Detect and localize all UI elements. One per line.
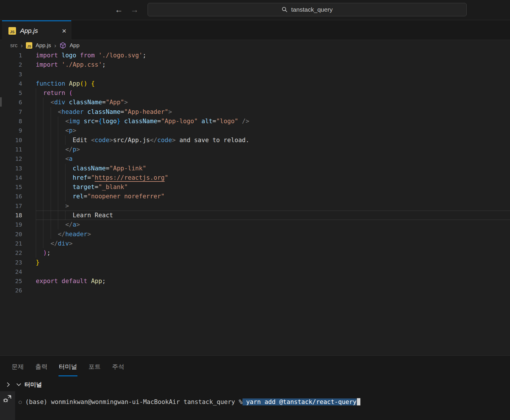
indent-guide	[43, 117, 50, 126]
close-tab-icon[interactable]: ×	[62, 27, 66, 35]
line-number[interactable]: 2	[0, 60, 36, 69]
command-decoration-icon[interactable]: ○	[19, 399, 22, 405]
line-number[interactable]: 23	[0, 258, 36, 267]
indent-guide	[58, 173, 65, 182]
code-content: return (	[36, 88, 72, 98]
line-number[interactable]: 14	[0, 173, 36, 182]
code-content: <p>	[36, 126, 76, 135]
code-line-3[interactable]: 3	[0, 70, 510, 79]
line-number[interactable]: 1	[0, 51, 36, 60]
indent-guide	[36, 230, 43, 239]
code-line-23[interactable]: 23}	[0, 258, 510, 267]
terminal[interactable]: ○ (base) wonminkwan@wonmingwan-ui-MacBoo…	[0, 391, 510, 420]
code-line-15[interactable]: 15target="_blank"	[0, 182, 510, 192]
line-number[interactable]: 5	[0, 88, 36, 98]
terminal-output[interactable]: ○ (base) wonminkwan@wonmingwan-ui-MacBoo…	[15, 391, 510, 420]
line-number[interactable]: 26	[0, 286, 36, 295]
breadcrumb-file[interactable]: App.js	[36, 42, 51, 49]
code-line-17[interactable]: 17>	[0, 201, 510, 211]
breadcrumb-symbol[interactable]: App	[70, 42, 79, 49]
terminal-prompt-line: ○ (base) wonminkwan@wonmingwan-ui-MacBoo…	[18, 398, 510, 405]
panel-tab-문제[interactable]: 문제	[12, 356, 24, 378]
code-line-13[interactable]: 13className="App-link"	[0, 164, 510, 173]
code-line-24[interactable]: 24	[0, 267, 510, 276]
indent-guide	[36, 220, 43, 229]
line-number[interactable]: 25	[0, 276, 36, 286]
back-icon[interactable]: ←	[113, 4, 125, 16]
panel-tab-터미널[interactable]: 터미널	[59, 356, 77, 378]
line-number[interactable]: 21	[0, 239, 36, 248]
line-number[interactable]: 17	[0, 201, 36, 211]
code-content: </p>	[36, 145, 80, 154]
line-number[interactable]: 7	[0, 107, 36, 117]
panel-tab-포트[interactable]: 포트	[88, 356, 101, 378]
code-content: <header className="App-header">	[36, 107, 172, 117]
code-line-7[interactable]: 7<header className="App-header">	[0, 107, 510, 117]
code-line-9[interactable]: 9<p>	[0, 126, 510, 135]
indent-guide	[43, 154, 50, 163]
code-content: import logo from './logo.svg';	[36, 51, 146, 60]
tab-appjs[interactable]: JS App.js ×	[2, 20, 71, 40]
indent-guide	[58, 220, 65, 229]
code-line-10[interactable]: 10Edit <code>src/App.js</code> and save …	[0, 135, 510, 145]
code-line-26[interactable]: 26	[0, 286, 510, 295]
indent-guide	[65, 182, 72, 192]
line-number[interactable]: 22	[0, 248, 36, 257]
line-number[interactable]: 4	[0, 79, 36, 88]
code-content: Learn React	[36, 211, 113, 220]
line-number[interactable]: 20	[0, 230, 36, 239]
indent-guide	[43, 182, 50, 192]
code-line-1[interactable]: 1import logo from './logo.svg';	[0, 51, 510, 60]
code-content: <a	[36, 154, 72, 163]
indent-guide	[43, 145, 50, 154]
code-line-21[interactable]: 21</div>	[0, 239, 510, 248]
code-line-22[interactable]: 22);	[0, 248, 510, 257]
vscode-window: ← → tanstack_query JS App.js × src › JS …	[0, 0, 510, 420]
indent-guide	[58, 164, 65, 173]
code-line-6[interactable]: 6<div className="App">	[0, 98, 510, 107]
code-content: export default App;	[36, 276, 106, 286]
forward-icon[interactable]: →	[129, 4, 140, 16]
code-line-16[interactable]: 16rel="noopener noreferrer"	[0, 192, 510, 201]
code-line-18[interactable]: 18Learn React	[0, 211, 510, 220]
terminal-cursor	[357, 398, 360, 405]
code-line-4[interactable]: 4function App() {	[0, 79, 510, 88]
indent-guide	[65, 192, 72, 201]
code-editor[interactable]: 1import logo from './logo.svg';2import '…	[0, 51, 510, 355]
indent-guide	[58, 126, 65, 135]
line-number[interactable]: 18	[0, 211, 36, 220]
indent-guide	[58, 201, 65, 211]
code-content: </a>	[36, 220, 80, 229]
line-number[interactable]: 19	[0, 220, 36, 229]
line-number[interactable]: 12	[0, 154, 36, 163]
debug-terminal-icon[interactable]	[3, 394, 12, 403]
line-number[interactable]: 16	[0, 192, 36, 201]
line-number[interactable]: 3	[0, 70, 36, 79]
line-number[interactable]: 10	[0, 135, 36, 145]
chevron-down-icon[interactable]	[17, 381, 21, 386]
line-number[interactable]: 11	[0, 145, 36, 154]
line-number[interactable]: 6	[0, 98, 36, 107]
indent-guide	[43, 220, 50, 229]
indent-guide	[51, 220, 58, 229]
code-line-2[interactable]: 2import './App.css';	[0, 60, 510, 69]
code-line-11[interactable]: 11</p>	[0, 145, 510, 154]
panel-tab-출력[interactable]: 출력	[35, 356, 47, 378]
line-number[interactable]: 24	[0, 267, 36, 276]
code-line-12[interactable]: 12<a	[0, 154, 510, 163]
breadcrumb-folder[interactable]: src	[10, 42, 17, 49]
code-line-14[interactable]: 14href="https://reactjs.org"	[0, 173, 510, 182]
code-line-19[interactable]: 19</a>	[0, 220, 510, 229]
code-line-8[interactable]: 8<img src={logo} className="App-logo" al…	[0, 117, 510, 126]
code-line-5[interactable]: 5return (	[0, 88, 510, 98]
code-line-25[interactable]: 25export default App;	[0, 276, 510, 286]
command-center-search[interactable]: tanstack_query	[148, 3, 467, 16]
line-number[interactable]: 9	[0, 126, 36, 135]
line-number[interactable]: 15	[0, 182, 36, 192]
line-number[interactable]: 8	[0, 117, 36, 126]
code-line-20[interactable]: 20</header>	[0, 230, 510, 239]
panel-tab-주석[interactable]: 주석	[112, 356, 124, 378]
terminal-section-title: 터미널	[24, 381, 42, 389]
line-number[interactable]: 13	[0, 164, 36, 173]
maximize-panel-chevron-icon[interactable]	[5, 382, 10, 387]
